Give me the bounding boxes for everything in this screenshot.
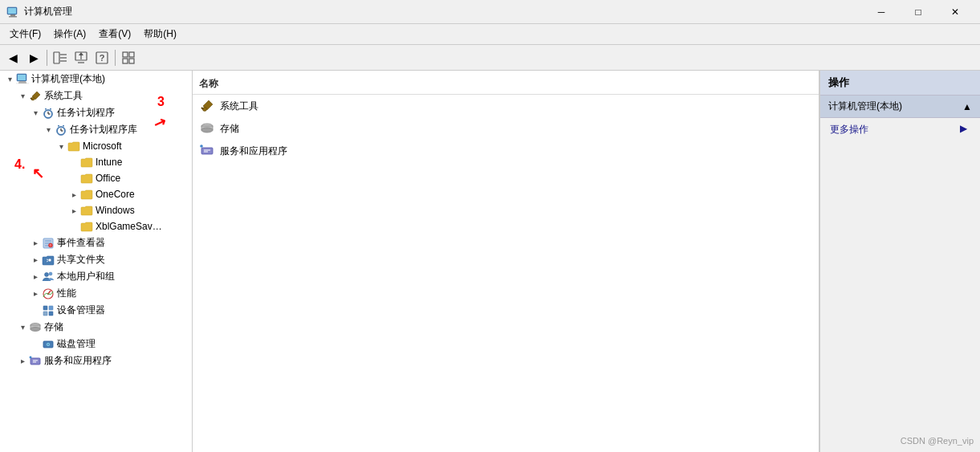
users-icon — [42, 271, 55, 283]
grid-button[interactable] — [119, 48, 138, 67]
list-header: 名称 — [193, 74, 819, 95]
more-actions-arrow: ▶ — [960, 123, 967, 134]
svg-rect-19 — [18, 75, 26, 80]
menu-action[interactable]: 操作(A) — [47, 26, 92, 43]
local-users-label: 本地用户和组 — [57, 270, 115, 283]
svg-point-59 — [47, 344, 49, 345]
menu-bar: 文件(F) 操作(A) 查看(V) 帮助(H) — [0, 24, 980, 45]
minimize-button[interactable]: ─ — [863, 0, 900, 24]
watermark: CSDN @Reyn_vip — [901, 436, 974, 446]
tree-node-event-viewer[interactable]: ▸ ! 事件查看器 — [0, 234, 192, 251]
svg-point-47 — [49, 272, 52, 275]
svg-rect-60 — [30, 358, 40, 364]
help-button[interactable]: ? — [92, 48, 112, 67]
more-actions-item[interactable]: 更多操作 ▶ — [820, 120, 980, 140]
tree-node-microsoft[interactable]: ▾ Microsoft — [0, 138, 192, 154]
svg-point-46 — [45, 272, 49, 276]
shared-folders-label: 共享文件夹 — [57, 253, 105, 267]
toolbar-separator — [47, 50, 47, 66]
toggle-system-tools[interactable]: ▾ — [16, 90, 29, 103]
list-item-storage[interactable]: 存储 — [193, 117, 819, 140]
toggle-onecore[interactable]: ▸ — [67, 188, 80, 201]
window-controls: ─ □ ✕ — [863, 0, 974, 24]
svg-rect-35 — [58, 125, 59, 127]
back-button[interactable]: ◀ — [3, 48, 22, 67]
more-actions-label: 更多操作 — [830, 124, 868, 135]
toggle-task-lib[interactable]: ▾ — [42, 124, 55, 136]
up-button[interactable] — [71, 48, 91, 67]
svg-point-56 — [30, 327, 40, 331]
tree-node-device-manager[interactable]: ▸ 设备管理器 — [0, 302, 192, 319]
toggle-windows[interactable]: ▸ — [67, 204, 80, 217]
svg-rect-29 — [45, 108, 47, 110]
svg-rect-20 — [19, 81, 26, 83]
show-hide-button[interactable] — [51, 48, 70, 67]
tree-node-task-scheduler[interactable]: ▾ 任务计划程序 — [0, 104, 192, 121]
toggle-performance[interactable]: ▸ — [29, 287, 42, 300]
svg-rect-51 — [49, 306, 53, 310]
device-manager-icon — [42, 304, 55, 317]
svg-rect-4 — [54, 52, 59, 63]
toggle-storage[interactable]: ▾ — [16, 321, 29, 334]
tree-node-performance[interactable]: ▸ 性能 — [0, 285, 192, 302]
shared-folders-icon — [42, 254, 55, 267]
toggle-root[interactable]: ▾ — [3, 73, 16, 86]
svg-rect-2 — [9, 16, 17, 18]
tools-icon — [29, 90, 42, 103]
system-tools-label: 系统工具 — [44, 89, 83, 103]
menu-help[interactable]: 帮助(H) — [137, 26, 183, 43]
maximize-button[interactable]: □ — [900, 0, 937, 24]
svg-rect-22 — [16, 83, 29, 83]
toggle-microsoft[interactable]: ▾ — [55, 140, 67, 153]
list-item-services[interactable]: 服务和应用程序 — [193, 140, 819, 162]
tree-node-storage[interactable]: ▾ 存储 — [0, 319, 192, 336]
toggle-task-scheduler[interactable]: ▾ — [29, 107, 42, 120]
tree-node-services[interactable]: ▸ 服务和应用程序 — [0, 352, 192, 369]
forward-button[interactable]: ▶ — [24, 48, 43, 67]
tree-node-onecore[interactable]: ▸ OneCore — [0, 186, 192, 202]
tree-panel: ▾ 计算机管理(本地) ▾ — [0, 71, 193, 452]
list-item-system-tools[interactable]: 系统工具 — [193, 95, 819, 117]
tree-node-root[interactable]: ▾ 计算机管理(本地) — [0, 71, 192, 88]
menu-view[interactable]: 查看(V) — [92, 26, 137, 43]
svg-line-65 — [201, 108, 203, 109]
action-section-label: 计算机管理(本地) — [828, 100, 902, 113]
office-label: Office — [96, 173, 120, 184]
action-section-computer[interactable]: 计算机管理(本地) ▲ — [820, 96, 980, 118]
tree-node-task-lib[interactable]: ▾ 任务计划程序库 — [0, 121, 192, 138]
event-viewer-label: 事件查看器 — [57, 236, 105, 250]
main-container: ▾ 计算机管理(本地) ▾ — [0, 71, 980, 452]
content-panel: 名称 系统工具 — [193, 71, 819, 452]
storage-label: 存储 — [44, 320, 63, 334]
actions-header: 操作 — [820, 71, 980, 96]
list-services-icon — [199, 144, 215, 158]
svg-rect-21 — [18, 82, 26, 83]
tree-node-shared-folders[interactable]: ▸ 共享文件夹 — [0, 251, 192, 268]
toggle-local-users[interactable]: ▸ — [29, 271, 42, 283]
tree-node-xblgamesave[interactable]: ▸ XblGameSav… — [0, 218, 192, 234]
tree-node-windows[interactable]: ▸ Windows — [0, 202, 192, 218]
onecore-label: OneCore — [96, 189, 135, 200]
svg-rect-36 — [63, 125, 64, 127]
tree-node-system-tools[interactable]: ▾ 系统工具 — [0, 88, 192, 104]
svg-rect-50 — [43, 306, 47, 310]
list-tools-icon — [199, 99, 215, 113]
close-button[interactable]: ✕ — [937, 0, 974, 24]
list-services-label: 服务和应用程序 — [220, 145, 287, 158]
toggle-shared-folders[interactable]: ▸ — [29, 254, 42, 267]
windows-label: Windows — [96, 205, 135, 216]
app-icon — [6, 6, 19, 18]
svg-rect-53 — [49, 312, 53, 316]
tree-node-local-users[interactable]: ▸ 本地用户和组 — [0, 268, 192, 285]
svg-point-64 — [203, 108, 207, 112]
tree-node-office[interactable]: ▸ Office — [0, 170, 192, 186]
disk-mgmt-label: 磁盘管理 — [57, 337, 96, 351]
event-viewer-icon: ! — [42, 237, 55, 250]
toggle-event-viewer[interactable]: ▸ — [29, 237, 42, 250]
toggle-services[interactable]: ▸ — [16, 355, 29, 368]
tree-node-disk-mgmt[interactable]: ▸ 磁盘管理 — [0, 336, 192, 352]
svg-rect-17 — [129, 59, 134, 63]
svg-text:?: ? — [100, 53, 105, 63]
tree-node-intune[interactable]: ▸ Intune — [0, 154, 192, 170]
menu-file[interactable]: 文件(F) — [3, 26, 47, 43]
